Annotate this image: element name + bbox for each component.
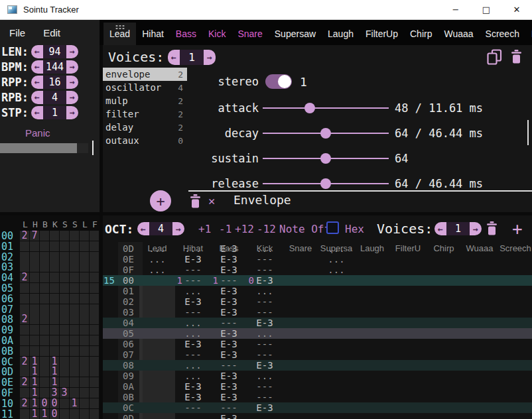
pattern-cell[interactable] <box>462 254 498 265</box>
pattern-cell[interactable]: E-3 <box>175 254 211 265</box>
pattern-cell[interactable]: ... <box>318 265 354 275</box>
pattern-cell[interactable] <box>318 307 354 318</box>
pattern-cell[interactable]: ... <box>175 318 211 328</box>
order-cell[interactable]: 1 <box>30 398 39 408</box>
order-cell[interactable]: 1 <box>30 377 39 387</box>
pattern-cell[interactable] <box>283 371 318 381</box>
pattern-cell[interactable] <box>498 318 532 328</box>
pattern-cell[interactable] <box>318 318 354 328</box>
pattern-cell[interactable] <box>426 413 462 419</box>
order-cell[interactable] <box>60 314 69 324</box>
order-cell[interactable] <box>40 335 49 345</box>
pattern-cell[interactable] <box>318 296 354 307</box>
pattern-cell[interactable] <box>283 318 318 328</box>
order-cell[interactable] <box>60 304 69 314</box>
pattern-cell[interactable]: ... <box>175 413 211 419</box>
order-cell[interactable] <box>60 252 69 262</box>
pattern-cell[interactable] <box>283 275 318 286</box>
order-cell[interactable] <box>30 304 39 314</box>
order-cell[interactable] <box>40 283 49 293</box>
order-cell[interactable] <box>90 294 99 304</box>
track-voices-stepper-decrement[interactable]: ← <box>434 222 446 235</box>
len-stepper-decrement[interactable]: ← <box>31 45 43 58</box>
pattern-cell[interactable] <box>354 413 390 419</box>
pattern-cell[interactable] <box>390 349 426 360</box>
pattern-cell[interactable]: E-3 <box>211 286 247 296</box>
order-cell[interactable] <box>70 231 79 241</box>
stereo-toggle[interactable] <box>265 74 292 89</box>
pattern-cell[interactable] <box>498 328 532 339</box>
pattern-cell[interactable] <box>283 402 318 413</box>
order-cell[interactable] <box>50 325 59 335</box>
pattern-cell[interactable]: --- <box>175 265 211 275</box>
pattern-cell[interactable] <box>462 265 498 275</box>
pattern-cell[interactable] <box>498 265 532 275</box>
order-cell[interactable]: 2 <box>20 314 29 324</box>
pattern-cell[interactable] <box>139 392 175 402</box>
pattern-cell[interactable]: E-3 <box>175 339 211 349</box>
pattern-cell[interactable] <box>283 265 318 275</box>
transpose-up-12-button[interactable]: +12 <box>235 221 254 237</box>
order-cell[interactable] <box>90 335 99 345</box>
pattern-cell[interactable]: E-3 <box>175 381 211 392</box>
octave-stepper-decrement[interactable]: ← <box>137 222 149 235</box>
order-cell[interactable] <box>20 283 29 293</box>
order-cell[interactable] <box>40 262 49 272</box>
order-cell[interactable]: 3 <box>50 388 59 398</box>
order-cell[interactable] <box>50 272 59 282</box>
pattern-cell[interactable] <box>498 381 532 392</box>
pattern-cell[interactable] <box>498 392 532 402</box>
pattern-cell[interactable] <box>354 339 390 349</box>
order-cell[interactable] <box>90 409 99 419</box>
order-cell[interactable] <box>80 367 89 377</box>
pattern-cell[interactable]: ... <box>247 328 283 339</box>
drag-handle-icon[interactable] <box>115 25 125 29</box>
order-cell[interactable] <box>20 346 29 356</box>
pattern-cell[interactable] <box>139 318 175 328</box>
pattern-cell[interactable]: ... <box>247 371 283 381</box>
pattern-cell[interactable] <box>354 318 390 328</box>
pattern-cell[interactable] <box>498 296 532 307</box>
order-cell[interactable] <box>90 241 99 251</box>
pattern-cell[interactable] <box>462 328 498 339</box>
order-cell[interactable] <box>80 252 89 262</box>
pattern-cell[interactable] <box>283 307 318 318</box>
order-cell[interactable] <box>20 367 29 377</box>
pattern-cell[interactable] <box>462 339 498 349</box>
order-cell[interactable] <box>40 294 49 304</box>
pattern-cell[interactable] <box>390 265 426 275</box>
track-header-wuaaa[interactable]: Wuaaa <box>462 243 498 253</box>
pattern-cell[interactable]: ... <box>318 254 354 265</box>
order-cell[interactable] <box>60 231 69 241</box>
pattern-cell[interactable] <box>426 286 462 296</box>
order-cell[interactable] <box>40 252 49 262</box>
order-cell[interactable] <box>80 409 89 419</box>
pattern-cell[interactable]: E-3 <box>247 402 283 413</box>
pattern-cell[interactable] <box>426 402 462 413</box>
order-cell[interactable] <box>30 335 39 345</box>
bpm-stepper-decrement[interactable]: ← <box>31 60 43 74</box>
tab-lead[interactable]: Lead <box>103 23 136 45</box>
slider-track[interactable] <box>263 107 389 109</box>
delete-instrument-button[interactable] <box>510 49 522 64</box>
order-cell[interactable] <box>60 272 69 282</box>
pattern-cell[interactable]: ... <box>175 286 211 296</box>
pattern-cell[interactable] <box>283 296 318 307</box>
order-cell[interactable]: 1 <box>50 357 59 367</box>
order-cell[interactable] <box>60 294 69 304</box>
pattern-cell[interactable] <box>426 275 462 286</box>
order-cell[interactable] <box>40 357 49 367</box>
menu-file[interactable]: File <box>9 27 25 38</box>
order-cell[interactable]: 7 <box>30 231 39 241</box>
pattern-cell[interactable] <box>139 307 175 318</box>
close-button[interactable]: ✕ <box>501 0 532 20</box>
unit-item-mulp[interactable]: mulp2 <box>103 94 187 107</box>
order-cell[interactable] <box>90 272 99 282</box>
pattern-cell[interactable] <box>498 275 532 286</box>
order-cell[interactable] <box>80 346 89 356</box>
order-cell[interactable]: 1 <box>30 409 39 419</box>
order-cell[interactable] <box>20 241 29 251</box>
pattern-cell[interactable]: --- <box>247 381 283 392</box>
stp-stepper-increment[interactable]: → <box>66 106 78 119</box>
clear-unit-button[interactable]: ✕ <box>208 194 215 208</box>
